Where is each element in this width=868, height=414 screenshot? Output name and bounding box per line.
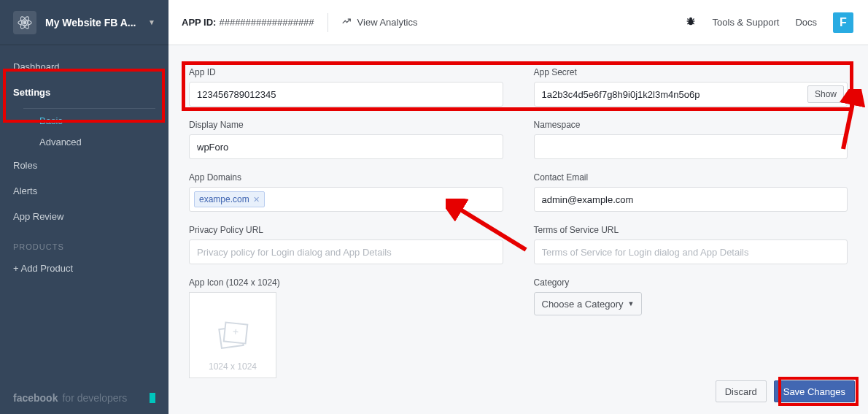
app-name: My Website FB A... bbox=[45, 17, 139, 28]
facebook-brand: facebook bbox=[13, 392, 58, 404]
show-secret-button[interactable]: Show bbox=[807, 85, 844, 103]
view-analytics-label: View Analytics bbox=[357, 17, 418, 28]
sidebar-item-settings[interactable]: Settings bbox=[0, 80, 168, 105]
domain-token[interactable]: exampe.com ✕ bbox=[194, 191, 265, 207]
analytics-icon bbox=[341, 16, 352, 28]
app-domains-input[interactable]: exampe.com ✕ bbox=[189, 187, 503, 212]
privacy-url-input[interactable] bbox=[189, 239, 503, 264]
image-placeholder-icon: + bbox=[214, 319, 251, 351]
sidebar-item-dashboard[interactable]: Dashboard bbox=[0, 54, 168, 80]
view-analytics-link[interactable]: View Analytics bbox=[341, 16, 418, 28]
products-heading: PRODUCTS bbox=[0, 229, 168, 256]
namespace-label: Namespace bbox=[534, 120, 848, 130]
chevron-down-icon: ▼ bbox=[628, 300, 635, 307]
app-icon-upload[interactable]: + 1024 x 1024 bbox=[189, 292, 276, 378]
svg-line-8 bbox=[687, 23, 689, 24]
for-developers-text: for developers bbox=[62, 392, 127, 404]
discard-button[interactable]: Discard bbox=[716, 380, 767, 402]
svg-line-11 bbox=[692, 19, 694, 20]
namespace-input[interactable] bbox=[534, 134, 848, 159]
main: APP ID: ################## View Analytic… bbox=[168, 0, 868, 414]
tools-support-link[interactable]: Tools & Support bbox=[713, 17, 780, 28]
sidebar-footer: facebook for developers bbox=[0, 382, 168, 414]
app-secret-input[interactable] bbox=[534, 82, 848, 107]
contact-email-input[interactable] bbox=[534, 187, 848, 212]
display-name-label: Display Name bbox=[189, 120, 503, 130]
avatar[interactable]: F bbox=[833, 12, 853, 33]
divider bbox=[328, 13, 328, 32]
contact-email-label: Contact Email bbox=[534, 172, 848, 183]
app-switcher[interactable]: My Website FB A... ▼ bbox=[0, 0, 168, 45]
content: App ID App Secret Show Display Name bbox=[168, 45, 868, 414]
sidebar-menu: Dashboard Settings Basic Advanced Roles … bbox=[0, 45, 168, 281]
save-changes-button[interactable]: Save Changes bbox=[774, 380, 855, 402]
remove-token-icon[interactable]: ✕ bbox=[253, 195, 260, 204]
docs-link[interactable]: Docs bbox=[795, 17, 817, 28]
privacy-url-label: Privacy Policy URL bbox=[189, 225, 503, 235]
domain-token-text: exampe.com bbox=[199, 194, 249, 204]
icon-size-hint: 1024 x 1024 bbox=[209, 361, 257, 372]
terms-url-input[interactable] bbox=[534, 239, 848, 264]
terms-url-label: Terms of Service URL bbox=[534, 225, 848, 235]
accent-bar bbox=[150, 393, 155, 403]
atom-icon bbox=[13, 11, 36, 34]
app-secret-label: App Secret bbox=[534, 67, 848, 77]
sidebar-item-app-review[interactable]: App Review bbox=[0, 204, 168, 229]
divider bbox=[23, 108, 155, 109]
sidebar-item-advanced[interactable]: Advanced bbox=[26, 131, 168, 153]
app-domains-label: App Domains bbox=[189, 172, 503, 183]
topbar: APP ID: ################## View Analytic… bbox=[168, 0, 868, 45]
sidebar: My Website FB A... ▼ Dashboard Settings … bbox=[0, 0, 168, 414]
app-id-value: ################## bbox=[219, 17, 314, 28]
bug-icon[interactable] bbox=[685, 15, 697, 29]
svg-text:+: + bbox=[232, 326, 239, 338]
svg-point-5 bbox=[689, 18, 692, 20]
actions-bar: Discard Save Changes bbox=[716, 376, 855, 407]
sidebar-item-add-product[interactable]: + Add Product bbox=[0, 256, 168, 281]
svg-point-0 bbox=[23, 21, 26, 24]
app-icon-label: App Icon (1024 x 1024) bbox=[189, 277, 503, 288]
svg-line-10 bbox=[687, 19, 689, 20]
sidebar-item-alerts[interactable]: Alerts bbox=[0, 178, 168, 204]
category-label: Category bbox=[534, 277, 848, 288]
svg-line-9 bbox=[692, 23, 694, 24]
sidebar-item-roles[interactable]: Roles bbox=[0, 153, 168, 178]
category-select-label: Choose a Category bbox=[542, 299, 624, 310]
app-id-input[interactable] bbox=[189, 82, 503, 107]
chevron-down-icon: ▼ bbox=[148, 18, 155, 26]
app-id-label: App ID bbox=[189, 67, 503, 77]
app-id-label: APP ID: bbox=[182, 17, 216, 28]
display-name-input[interactable] bbox=[189, 134, 503, 159]
sidebar-item-basic[interactable]: Basic bbox=[26, 110, 168, 131]
category-select[interactable]: Choose a Category ▼ bbox=[534, 292, 643, 315]
